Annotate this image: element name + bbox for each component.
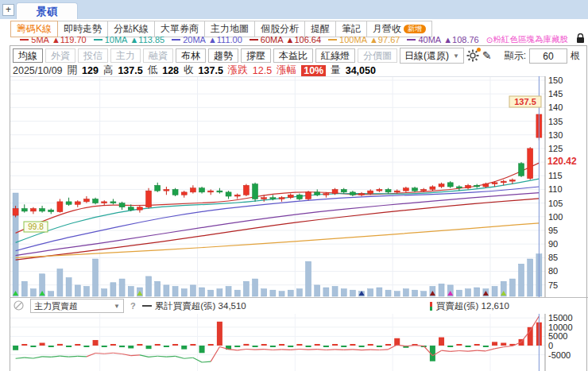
line-swatch [142,305,152,307]
toggle-volume-profile-button[interactable]: 分價圖 [358,48,397,63]
price-axis: 1501451401351301251151101051009590858075… [545,76,577,297]
ma-legend-item-60ma: 60MA▲106.64 [250,35,321,44]
svg-text:100: 100 [548,212,563,222]
svg-text:140: 140 [548,102,563,112]
remove-indicator-icon[interactable] [14,300,24,312]
ma-line-swatch [20,39,29,41]
ma-line-swatch [328,39,337,41]
bars-count-input[interactable] [529,48,567,64]
change-pct-value: 10% [301,65,326,76]
ma-line-5MA [16,163,540,233]
open-label: 開 [68,64,78,77]
change-pct-label: 漲幅 [277,64,296,77]
lower-grid [10,314,545,371]
toggle-major-button[interactable]: 主力 [110,48,141,63]
svg-text:95: 95 [548,226,558,235]
ma-line-20MA [16,187,540,251]
toggle-foreign-button[interactable]: 外資 [45,48,75,63]
chart-toolbar: 均線 外資 投信 主力 融資 布林 趨勢 撐壓 本益比 紅綠燈 分價圖 日線(還… [13,48,492,64]
window-tab-bar: + 景碩 [0,0,588,20]
trade-date: 2025/10/09 [13,65,63,76]
price-labels: 137.599.8 [24,96,541,232]
volume-value: 34,050 [346,65,376,76]
svg-text:80: 80 [548,266,558,276]
toggle-trend-button[interactable]: 趨勢 [208,48,238,63]
lower-axis: 150001000050000-5000 [545,314,573,371]
lower-study-header: 主力買賣超▼ ? 累計買賣超(張) 34,510 買賣超(張) 12,610 [10,297,588,314]
change-label: 漲跌 [228,64,248,77]
svg-text:75: 75 [548,280,558,290]
tab-chip-kline[interactable]: 籌碼K線 [10,21,58,37]
ma-line-swatch [172,39,180,41]
main-grid [10,76,545,297]
ma-line-swatch [407,39,416,41]
svg-text:90: 90 [548,239,558,249]
ohlc-info-bar: 2025/10/09 開129 高137.5 低128 收137.5 漲跌12.… [13,64,376,77]
last-price-marker: 120.42 [547,156,577,167]
ma-legend-item-40ma: 40MA▲108.76 [407,35,478,44]
chevron-down-icon: ▼ [114,303,120,310]
help-icon[interactable]: ? [130,301,136,311]
ma-line-100MA [16,223,540,258]
change-value: 12.5 [253,65,272,76]
pink-block-note: ⊙粉紅色區塊為庫藏股 [486,34,568,45]
low-label: 低 [148,64,158,77]
svg-text:135: 135 [548,117,563,126]
stock-tab-label: 景碩 [37,6,57,17]
svg-text:115: 115 [548,171,563,180]
timeframe-select[interactable]: 日線(還原)▼ [400,48,464,64]
ma-legend-item-100ma: 100MA▲97.67 [328,35,400,44]
close-value: 137.5 [199,65,223,76]
toggle-trust-button[interactable]: 投信 [78,48,108,63]
toggle-bollinger-button[interactable]: 布林 [176,48,206,63]
toggle-pe-button[interactable]: 本益比 [273,48,313,63]
major-netbuy-chart[interactable]: 150001000050000-5000 [0,314,588,371]
add-tab-button[interactable]: + [2,4,14,16]
display-unit: 根 [571,49,580,63]
high-label: 高 [103,64,114,77]
close-label: 收 [184,64,194,77]
daily-netbuy-legend: 買賣超(張) 12,610 [429,300,509,312]
svg-text:105: 105 [548,199,563,208]
netbuy-bars [13,322,542,361]
new-badge: 新增 [404,25,426,33]
svg-text:125: 125 [548,144,563,153]
info-circle-icon: ⊙ [486,35,493,44]
toggle-ma-button[interactable]: 均線 [13,48,43,63]
toggle-signal-button[interactable]: 紅綠燈 [315,48,355,63]
main-kline-chart[interactable]: 137.599.81501451401351301251151101051009… [0,76,588,297]
draw-pencil-icon[interactable]: ✎ [482,49,492,62]
cumulative-line [16,316,540,362]
low-value: 128 [162,65,179,76]
ma-legend: 5MA▲119.70 10MA▲113.85 20MA▲111.00 60MA▲… [0,33,586,45]
ma-line-swatch [94,39,103,41]
svg-text:15000: 15000 [548,314,573,323]
high-value: 137.5 [118,65,142,76]
svg-text:130: 130 [548,130,563,140]
toggle-support-button[interactable]: 撐壓 [241,48,271,63]
svg-text:-5000: -5000 [548,350,571,360]
display-bars-control: 顯示: 根 [505,48,580,64]
ma-lines [16,163,540,260]
display-label: 顯示: [505,49,526,63]
svg-text:137.5: 137.5 [514,97,536,106]
svg-text:110: 110 [548,184,563,194]
svg-text:85: 85 [548,253,558,262]
chevron-down-icon: ▼ [453,52,459,60]
svg-text:5000: 5000 [548,331,567,341]
stock-tab[interactable]: 景碩 [16,2,78,20]
bar-swatch-icon [429,302,433,311]
svg-text:145: 145 [548,89,563,99]
toggle-margin-button[interactable]: 融資 [143,48,173,63]
ma-legend-item-10ma: 10MA▲113.85 [94,35,164,44]
svg-text:99.8: 99.8 [28,222,44,231]
svg-text:150: 150 [548,76,563,85]
volume-label: 量 [331,64,341,77]
cumulative-legend: 累計買賣超(張) 34,510 [142,300,246,312]
settings-gear-icon[interactable] [466,49,480,63]
svg-text:10000: 10000 [548,323,573,332]
indicator-select[interactable]: 主力買賣超▼ [30,299,124,313]
chip-kline-app: + 景碩 籌碼K線 即時走勢 分點K線 大單券商 主力地圖 個股分析 提醒 筆記… [0,0,588,371]
lock-icon[interactable] [576,33,585,45]
svg-text:0: 0 [548,341,553,350]
